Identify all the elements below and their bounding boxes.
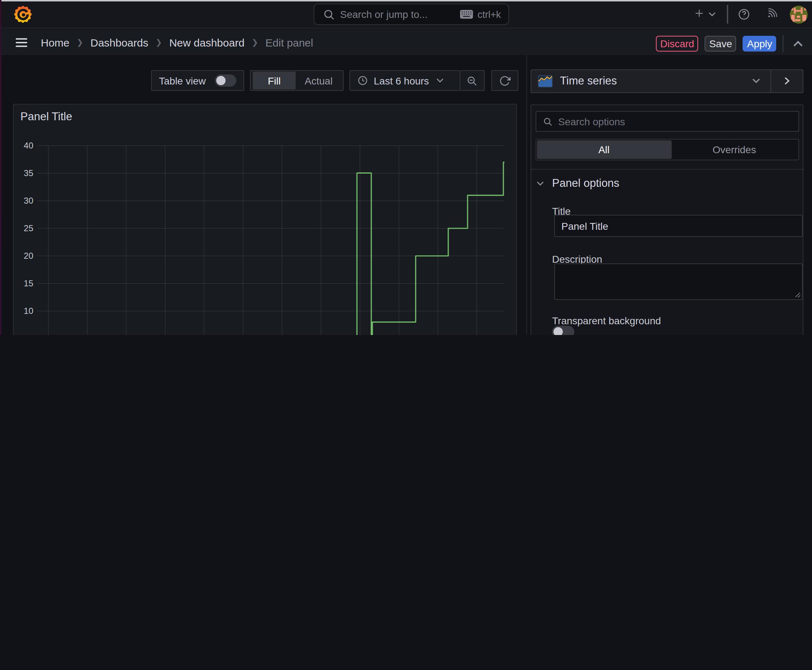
svg-text:15: 15 <box>24 278 33 288</box>
svg-text:10: 10 <box>24 306 33 315</box>
svg-text:30: 30 <box>24 195 33 205</box>
svg-text:35: 35 <box>24 168 33 178</box>
svg-text:25: 25 <box>24 223 33 233</box>
svg-text:20: 20 <box>24 250 33 260</box>
svg-text:40: 40 <box>24 140 33 150</box>
svg-text:5: 5 <box>29 333 33 335</box>
